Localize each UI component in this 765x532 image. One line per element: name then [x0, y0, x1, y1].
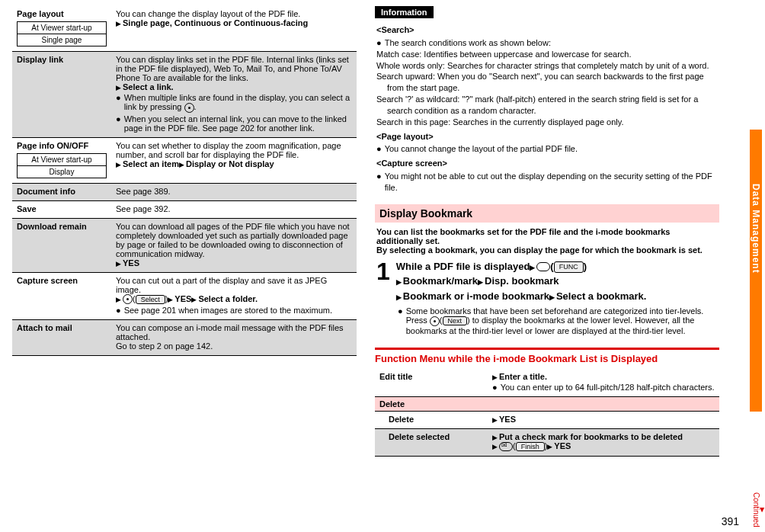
text-line: (Finish)YES [492, 441, 715, 451]
info-line: Search upward: When you do "Search next"… [376, 71, 718, 94]
info-search-header: <Search> [376, 24, 718, 36]
nav-key-icon [123, 294, 133, 304]
bullet-line: ●Some bookmarks that have been set befor… [398, 306, 718, 335]
text-line: You can download all pages of the PDF fi… [116, 222, 352, 258]
text-line: You can change the display layout of the… [116, 9, 352, 18]
side-tab: Data Management [750, 130, 762, 328]
triangle-icon [478, 275, 485, 287]
right-column: Information <Search> ●The search conditi… [375, 6, 719, 457]
label-page-layout: Page layout [17, 9, 64, 18]
desc-page-info: You can set whether to display the zoom … [111, 137, 357, 183]
desc-save: See page 392. [111, 200, 357, 218]
row-save: Save See page 392. [12, 200, 357, 218]
bold-text: Put a check mark for bookmarks to be del… [499, 432, 683, 441]
text-line: (Select)YESSelect a folder. [116, 294, 352, 305]
step-line: Bookmark or i-mode bookmark [403, 290, 549, 302]
info-line: Match case: Identifies between uppercase… [376, 49, 718, 60]
bold-text: YES [174, 294, 191, 303]
box-bottom: Single page [18, 34, 106, 46]
bullet-dot-icon: ● [376, 171, 382, 194]
bullet-text: You can enter up to 64 full-pitch/128 ha… [501, 383, 715, 392]
triangle-icon [116, 258, 123, 268]
triangle-icon [179, 159, 186, 168]
text-line: Put a check mark for bookmarks to be del… [492, 432, 715, 441]
desc-delete-selected: Put a check mark for bookmarks to be del… [488, 428, 719, 456]
text-line: Single page, Continuous or Continuous-fa… [116, 18, 352, 27]
left-column: Page layout At Viewer start-up Single pa… [12, 6, 357, 457]
bold-text: YES [123, 258, 139, 268]
label-download-remain: Download remain [17, 222, 87, 231]
bullet-line: ●When you select an internal link, you c… [116, 114, 352, 133]
bullet-dot-icon: ● [376, 37, 382, 49]
step-line: Bookmark/mark [403, 275, 478, 287]
desc-download-remain: You can download all pages of the PDF fi… [111, 218, 357, 272]
side-stripe [750, 328, 762, 412]
label-delete: Delete [389, 415, 414, 424]
bullet-text: You might not be able to cut out the dis… [385, 171, 718, 194]
information-tag: Information [375, 6, 434, 18]
softkey-select-icon: Select [136, 295, 165, 304]
bold-text: Display or Not display [186, 159, 274, 168]
triangle-icon [492, 432, 499, 441]
step-line: Disp. bookmark [485, 275, 559, 287]
step-body: While a PDF file is displayed(FUNC) Book… [396, 259, 647, 304]
triangle-icon [492, 441, 499, 450]
triangle-icon [396, 275, 403, 287]
text-line: You can cut out a part of the display an… [116, 276, 352, 294]
mail-key-icon [499, 442, 513, 451]
row-display-link: Display link You can display links set i… [12, 52, 357, 138]
label-edit-title: Edit title [379, 372, 412, 381]
bullet-dot-icon: ● [492, 383, 498, 392]
text-line: You can compose an i-mode mail message w… [116, 323, 352, 341]
triangle-icon [549, 290, 556, 302]
step-block: 1 While a PDF file is displayed(FUNC) Bo… [376, 259, 718, 304]
triangle-icon [116, 82, 123, 91]
triangle-icon [530, 261, 536, 272]
bullet-line: ●You can enter up to 64 full-pitch/128 h… [492, 383, 715, 392]
desc-capture-screen: You can cut out a part of the display an… [111, 272, 357, 320]
info-line: Search in this page: Searches in the cur… [376, 117, 718, 128]
row-delete-header: Delete [375, 396, 719, 411]
row-download-remain: Download remain You can download all pag… [12, 218, 357, 272]
step-line: While a PDF file is displayed [396, 261, 530, 272]
info-capture-header: <Capture screen> [376, 158, 718, 169]
section-function-menu: Function Menu while the i-mode Bookmark … [375, 348, 719, 364]
bullet-dot-icon: ● [116, 93, 121, 113]
information-body: <Search> ●The search conditions work as … [375, 18, 719, 197]
nav-key-icon [430, 316, 440, 326]
bullet-text: You cannot change the layout of the part… [385, 143, 578, 155]
label-save: Save [17, 204, 37, 213]
label-page-info: Page info ON/OFF [17, 141, 88, 150]
text-line: Select a link. [116, 82, 352, 91]
label-display-link: Display link [17, 55, 63, 64]
triangle-icon [168, 294, 174, 303]
desc-edit-title: Enter a title. ●You can enter up to 64 f… [488, 369, 719, 397]
text-line: You can display links set in the PDF fil… [116, 55, 352, 82]
triangle-icon [116, 294, 123, 303]
bullet-line: ●You cannot change the layout of the par… [376, 143, 718, 155]
step-line: Select a bookmark. [556, 290, 647, 302]
bullet-text: The search conditions work as shown belo… [385, 37, 551, 49]
softkey-func-icon: FUNC [554, 261, 584, 274]
info-line: Whole words only: Searches for character… [376, 60, 718, 72]
desc-document-info: See page 389. [111, 183, 357, 200]
softkey-finish-icon: Finish [516, 442, 545, 451]
text-line: Enter a title. [492, 372, 715, 381]
label-document-info: Document info [17, 187, 75, 196]
row-page-layout: Page layout At Viewer start-up Single pa… [12, 6, 357, 52]
section-title: Display Bookmark [379, 207, 472, 220]
bullet-line: ●The search conditions work as shown bel… [376, 37, 718, 49]
body-text: By selecting a bookmark, you can display… [376, 245, 718, 255]
desc-delete: YES [488, 411, 719, 428]
bullet-text: See page 201 when images are stored to t… [124, 306, 332, 315]
bullet-dot-icon: ● [376, 143, 382, 155]
row-document-info: Document info See page 389. [12, 183, 357, 200]
box-top: At Viewer start-up [18, 154, 106, 165]
bold-text: Select a link. [123, 82, 174, 91]
display-bookmark-body: You can list the bookmarks set for the P… [375, 223, 719, 340]
bold-text: YES [554, 441, 571, 450]
bold-text: Enter a title. [499, 372, 547, 381]
settings-table: Page layout At Viewer start-up Single pa… [12, 6, 357, 356]
row-capture-screen: Capture screen You can cut out a part of… [12, 272, 357, 320]
row-attach-mail: Attach to mail You can compose an i-mode… [12, 320, 357, 356]
